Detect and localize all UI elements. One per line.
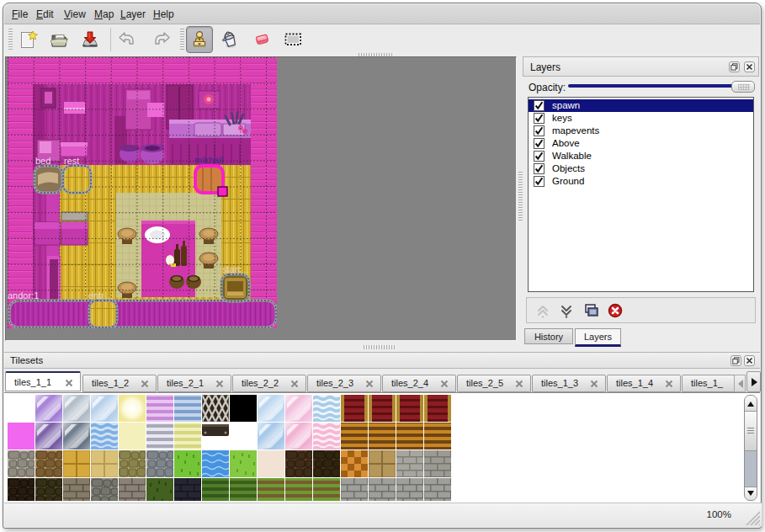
svg-text:start…: start… <box>222 264 249 274</box>
svg-text:rest: rest <box>64 156 79 166</box>
svg-text:mikhail: mikhail <box>194 155 223 165</box>
svg-text:bed: bed <box>35 156 50 166</box>
svg-text:andor:1: andor:1 <box>8 290 39 301</box>
svg-text:entr…: entr… <box>88 290 114 301</box>
